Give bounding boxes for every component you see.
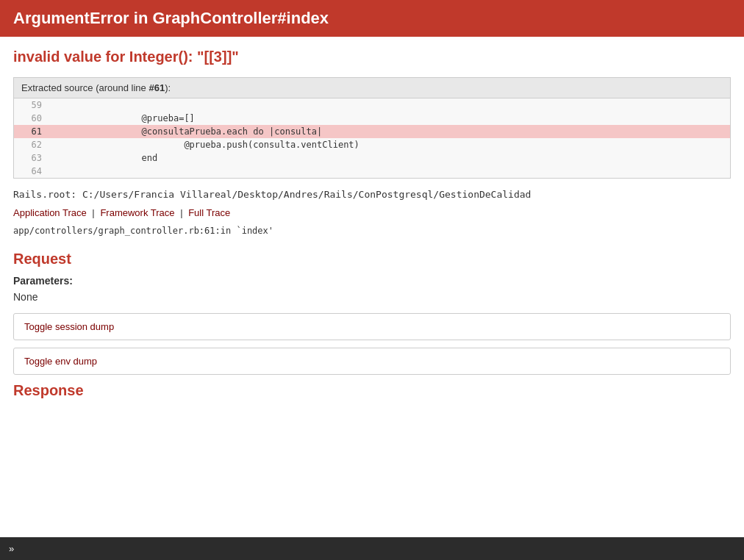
- separator-1: |: [92, 207, 94, 218]
- toggle-session-button[interactable]: Toggle session dump: [13, 313, 731, 340]
- line-code: end: [51, 151, 730, 165]
- table-row: 64: [14, 165, 730, 178]
- source-box-title: Extracted source (around line #61):: [14, 78, 730, 98]
- line-code: [51, 98, 730, 112]
- table-row: 61 @consultaPrueba.each do |consulta|: [14, 125, 730, 138]
- main-content: invalid value for Integer(): "[[3]]" Ext…: [0, 37, 744, 411]
- trace-links: Application Trace | Framework Trace | Fu…: [13, 207, 731, 218]
- trace-path: app/controllers/graph_controller.rb:61:i…: [13, 226, 731, 236]
- source-label: Extracted source (around line: [21, 82, 149, 93]
- line-code: [51, 165, 730, 178]
- table-row: 60 @prueba=[]: [14, 112, 730, 125]
- page-title: ArgumentError in GraphController#index: [13, 9, 731, 28]
- line-code: @prueba.push(consulta.ventClient): [51, 138, 730, 151]
- line-number: 62: [14, 138, 51, 151]
- params-label: Parameters:: [13, 275, 731, 287]
- bottom-bar: »: [0, 537, 744, 560]
- params-value: None: [13, 291, 731, 303]
- line-number: 61: [14, 125, 51, 138]
- source-close: ):: [165, 82, 171, 93]
- source-line-number: #61: [149, 82, 165, 93]
- code-table: 5960 @prueba=[]61 @consultaPrueba.each d…: [14, 98, 730, 178]
- bottom-bar-text: »: [9, 543, 14, 554]
- toggle-env-button[interactable]: Toggle env dump: [13, 348, 731, 375]
- source-box: Extracted source (around line #61): 5960…: [13, 77, 731, 179]
- response-section-title: Response: [13, 382, 731, 399]
- table-row: 63 end: [14, 151, 730, 165]
- table-row: 62 @prueba.push(consulta.ventClient): [14, 138, 730, 151]
- table-row: 59: [14, 98, 730, 112]
- line-number: 60: [14, 112, 51, 125]
- request-section-title: Request: [13, 251, 731, 268]
- line-number: 64: [14, 165, 51, 178]
- line-code: @prueba=[]: [51, 112, 730, 125]
- framework-trace-link[interactable]: Framework Trace: [100, 207, 174, 218]
- error-header: ArgumentError in GraphController#index: [0, 0, 744, 37]
- rails-root: Rails.root: C:/Users/Francia Villareal/D…: [13, 189, 731, 200]
- full-trace-link[interactable]: Full Trace: [188, 207, 230, 218]
- line-number: 59: [14, 98, 51, 112]
- application-trace-link[interactable]: Application Trace: [13, 207, 87, 218]
- line-code: @consultaPrueba.each do |consulta|: [51, 125, 730, 138]
- error-message: invalid value for Integer(): "[[3]]": [13, 49, 731, 65]
- line-number: 63: [14, 151, 51, 165]
- separator-2: |: [180, 207, 182, 218]
